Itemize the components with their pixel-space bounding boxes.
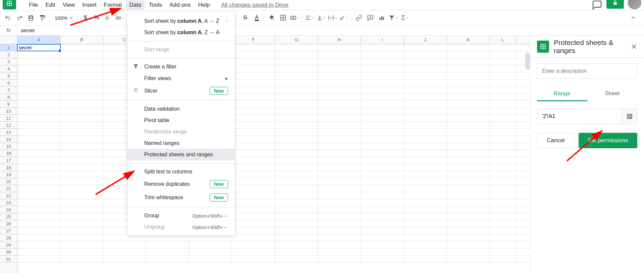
menu-addons[interactable]: Add-ons: [166, 0, 194, 10]
menu-file[interactable]: File: [25, 0, 41, 10]
collapse-toolbar-button[interactable]: [628, 12, 639, 23]
row-header[interactable]: 20: [0, 178, 17, 185]
column-header[interactable]: K: [447, 36, 490, 44]
insert-link-button[interactable]: [354, 12, 364, 23]
cell[interactable]: [490, 122, 516, 128]
cell[interactable]: [404, 101, 447, 107]
cell[interactable]: [275, 94, 318, 100]
cell[interactable]: [275, 44, 318, 51]
menu-data[interactable]: Data: [126, 0, 145, 10]
cell[interactable]: [447, 94, 490, 100]
cell[interactable]: [447, 79, 490, 86]
filter-button[interactable]: [388, 12, 398, 23]
cell[interactable]: [318, 185, 361, 192]
cell[interactable]: [361, 44, 404, 51]
remove-duplicates-item[interactable]: Remove duplicates New: [127, 177, 235, 191]
cell[interactable]: [275, 199, 318, 206]
cell[interactable]: [404, 185, 447, 192]
cell[interactable]: [447, 256, 490, 262]
cell[interactable]: [447, 234, 490, 241]
cell[interactable]: [361, 220, 404, 227]
row-header[interactable]: 13: [0, 129, 17, 136]
cell[interactable]: [232, 227, 275, 234]
cell[interactable]: [447, 157, 490, 164]
cell[interactable]: [60, 143, 103, 150]
cell[interactable]: [318, 234, 361, 241]
cell[interactable]: [275, 72, 318, 79]
cell[interactable]: [232, 192, 275, 199]
cell[interactable]: [490, 115, 516, 121]
cell[interactable]: [60, 199, 103, 206]
set-permissions-button[interactable]: Set permissions: [579, 133, 637, 148]
cell[interactable]: [361, 227, 404, 234]
sheets-logo[interactable]: [3, 0, 16, 9]
cell[interactable]: [361, 192, 404, 199]
row-header[interactable]: 11: [0, 115, 17, 122]
cell[interactable]: [404, 227, 447, 234]
row-header[interactable]: 26: [0, 220, 17, 227]
cell[interactable]: [404, 206, 447, 213]
cell[interactable]: [490, 72, 516, 79]
cell[interactable]: [447, 171, 490, 178]
cell[interactable]: [361, 122, 404, 128]
cell[interactable]: [490, 185, 516, 192]
cell[interactable]: [17, 220, 60, 227]
cell[interactable]: [447, 72, 490, 79]
cell[interactable]: [490, 178, 516, 185]
row-header[interactable]: 5: [0, 72, 17, 79]
filter-views-item[interactable]: Filter views ▸: [127, 72, 235, 84]
functions-button[interactable]: Σ: [399, 12, 410, 23]
row-header[interactable]: 7: [0, 87, 17, 94]
cell[interactable]: [146, 234, 189, 241]
cell[interactable]: [447, 199, 490, 206]
cell[interactable]: [275, 249, 318, 255]
cell[interactable]: [404, 72, 447, 79]
cell[interactable]: [232, 143, 275, 150]
row-header[interactable]: 8: [0, 94, 17, 101]
cell[interactable]: [361, 241, 404, 248]
cell[interactable]: [404, 65, 447, 72]
cell[interactable]: [447, 51, 490, 58]
cell[interactable]: [232, 65, 275, 72]
cell[interactable]: [60, 58, 103, 65]
cell[interactable]: [361, 150, 404, 157]
cell[interactable]: [318, 72, 361, 79]
cell[interactable]: [490, 256, 516, 262]
cell[interactable]: [404, 249, 447, 255]
row-header[interactable]: 10: [0, 108, 17, 115]
cell[interactable]: [103, 256, 146, 262]
cell[interactable]: [17, 241, 60, 248]
cell[interactable]: [361, 101, 404, 107]
menu-edit[interactable]: Edit: [42, 0, 58, 10]
cell[interactable]: [60, 94, 103, 100]
cell[interactable]: [447, 150, 490, 157]
cell[interactable]: [404, 122, 447, 128]
cell[interactable]: [60, 171, 103, 178]
column-header[interactable]: B: [60, 36, 103, 44]
cell[interactable]: [232, 150, 275, 157]
cell[interactable]: [275, 65, 318, 72]
cell[interactable]: [275, 115, 318, 121]
cell[interactable]: [318, 199, 361, 206]
row-header[interactable]: 18: [0, 164, 17, 171]
row-header[interactable]: 16: [0, 150, 17, 157]
cell[interactable]: [17, 79, 60, 86]
cell[interactable]: [404, 51, 447, 58]
range-tab[interactable]: Range: [537, 87, 587, 101]
cell[interactable]: [490, 150, 516, 157]
cell[interactable]: [447, 192, 490, 199]
cell[interactable]: [447, 164, 490, 171]
cell[interactable]: [490, 220, 516, 227]
fill-color-button[interactable]: [266, 12, 277, 23]
cell[interactable]: [490, 44, 516, 51]
cell[interactable]: [60, 65, 103, 72]
horizontal-align-button[interactable]: [304, 12, 315, 23]
cell[interactable]: [60, 122, 103, 128]
cell[interactable]: [361, 72, 404, 79]
cell[interactable]: [361, 136, 404, 143]
strikethrough-button[interactable]: S: [240, 12, 251, 23]
cell[interactable]: [447, 87, 490, 93]
cell[interactable]: [447, 143, 490, 150]
row-header[interactable]: 4: [0, 65, 17, 72]
cell[interactable]: [232, 249, 275, 255]
